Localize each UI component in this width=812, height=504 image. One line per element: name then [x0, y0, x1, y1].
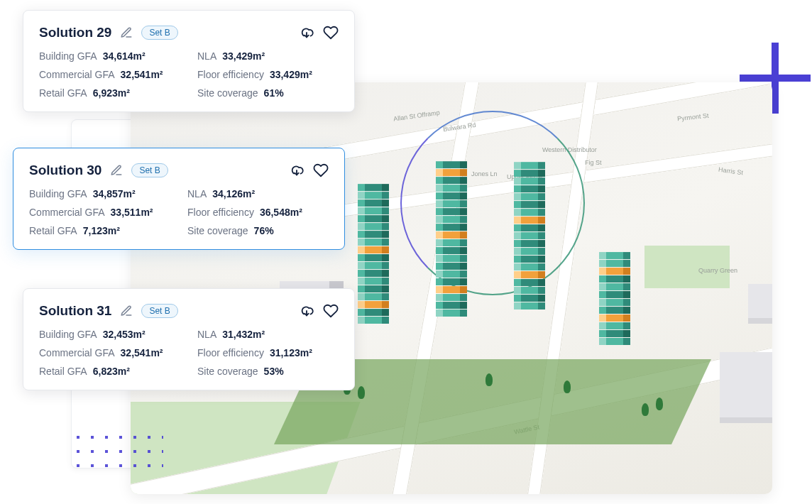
set-badge: Set B [141, 304, 177, 318]
metric-label: Building GFA [39, 329, 97, 340]
metric-value: 32,453m² [103, 329, 146, 340]
metric-label: Site coverage [197, 366, 258, 377]
pencil-icon[interactable] [119, 303, 134, 319]
street-label: Fig St [585, 159, 602, 166]
solution-card-30[interactable]: Solution 30 Set B Building GFA34,857m² N… [13, 148, 345, 250]
metric-label: Commercial GFA [39, 347, 115, 358]
metric-label: Commercial GFA [39, 69, 115, 80]
building-tower [436, 168, 467, 317]
metrics-grid: Building GFA34,614m² NLA33,429m² Commerc… [39, 50, 339, 99]
metric-value: 34,614m² [103, 50, 146, 62]
solution-title: Solution 30 [29, 163, 102, 178]
pencil-icon[interactable] [119, 25, 134, 40]
metric-label: NLA [197, 50, 216, 62]
download-cloud-icon[interactable] [299, 25, 314, 40]
metric-value: 31,123m² [270, 347, 312, 358]
metric-label: Site coverage [187, 225, 248, 236]
metric-value: 34,857m² [93, 188, 136, 199]
solution-card-29[interactable]: Solution 29 Set B Building GFA34,614m² N… [23, 10, 355, 112]
metric-label: NLA [197, 329, 216, 340]
building-tower [514, 168, 545, 309]
metric-value: 34,126m² [212, 188, 255, 199]
metric-label: Floor efficiency [197, 69, 264, 80]
solution-title: Solution 29 [39, 25, 111, 40]
set-badge: Set B [131, 163, 168, 177]
solution-card-31[interactable]: Solution 31 Set B Building GFA32,453m² N… [23, 288, 355, 390]
metric-value: 6,823m² [93, 366, 130, 377]
metric-value: 6,923m² [93, 87, 130, 99]
metric-value: 53% [264, 366, 284, 377]
metric-label: Retail GFA [29, 225, 77, 236]
metric-label: Retail GFA [39, 87, 87, 99]
metric-value: 61% [264, 87, 284, 99]
metric-value: 33,429m² [222, 50, 265, 62]
download-cloud-icon[interactable] [289, 163, 304, 178]
metric-value: 76% [254, 225, 274, 236]
metric-value: 31,432m² [222, 329, 265, 340]
metric-label: Site coverage [197, 87, 258, 99]
metric-value: 32,541m² [121, 347, 163, 358]
metric-label: Commercial GFA [29, 207, 105, 218]
metric-value: 32,541m² [121, 69, 163, 80]
heart-icon[interactable] [323, 25, 339, 40]
metric-label: Retail GFA [39, 366, 87, 377]
pencil-icon[interactable] [109, 163, 124, 178]
metrics-grid: Building GFA32,453m² NLA31,432m² Commerc… [39, 329, 339, 377]
metrics-grid: Building GFA34,857m² NLA34,126m² Commerc… [29, 188, 329, 236]
metric-label: Building GFA [39, 50, 97, 62]
solution-title: Solution 31 [39, 303, 111, 319]
metric-label: Floor efficiency [197, 347, 264, 358]
buildings-3d-cluster [315, 175, 713, 444]
building-tower [358, 196, 389, 324]
metric-value: 33,511m² [111, 207, 153, 218]
metric-value: 33,429m² [270, 69, 312, 80]
heart-icon[interactable] [323, 303, 339, 319]
metric-value: 36,548m² [260, 207, 302, 218]
metric-label: Building GFA [29, 188, 87, 199]
set-badge: Set B [141, 26, 177, 40]
heart-icon[interactable] [313, 163, 329, 178]
metric-label: NLA [187, 188, 207, 199]
decor-dot-grid [71, 430, 163, 473]
building-tower [599, 253, 630, 345]
download-cloud-icon[interactable] [299, 303, 314, 319]
metric-label: Floor efficiency [187, 207, 254, 218]
metric-value: 7,123m² [83, 225, 120, 236]
